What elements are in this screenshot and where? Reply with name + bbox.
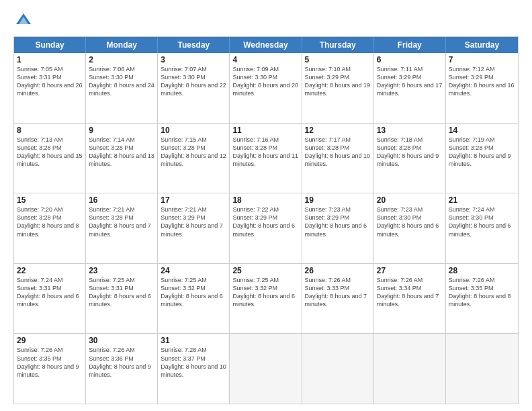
cell-info: Sunrise: 7:26 AMSunset: 3:33 PMDaylight:… [305,276,371,309]
day-number: 17 [161,195,226,205]
calendar-week-row: 22Sunrise: 7:24 AMSunset: 3:31 PMDayligh… [14,264,518,334]
cell-info: Sunrise: 7:26 AMSunset: 3:35 PMDaylight:… [17,346,83,379]
day-number: 18 [232,195,298,205]
day-number: 4 [232,55,298,64]
day-number: 27 [377,266,443,275]
cell-info: Sunrise: 7:06 AMSunset: 3:30 PMDaylight:… [89,65,154,98]
day-number: 1 [17,55,83,64]
day-header: Tuesday [158,37,230,53]
day-number: 31 [161,336,226,345]
day-number: 23 [89,266,154,275]
header [13,11,519,31]
calendar-cell: 15Sunrise: 7:20 AMSunset: 3:28 PMDayligh… [14,193,86,263]
cell-info: Sunrise: 7:21 AMSunset: 3:29 PMDaylight:… [161,205,226,238]
calendar-cell: 17Sunrise: 7:21 AMSunset: 3:29 PMDayligh… [158,193,230,263]
calendar-cell: 4Sunrise: 7:09 AMSunset: 3:30 PMDaylight… [230,53,302,123]
calendar-cell-empty [446,334,518,404]
day-number: 13 [377,126,443,135]
cell-info: Sunrise: 7:18 AMSunset: 3:28 PMDaylight:… [377,136,443,169]
day-number: 20 [377,195,443,205]
cell-info: Sunrise: 7:07 AMSunset: 3:30 PMDaylight:… [161,65,226,98]
calendar-cell: 23Sunrise: 7:25 AMSunset: 3:31 PMDayligh… [86,264,158,334]
cell-info: Sunrise: 7:26 AMSunset: 3:37 PMDaylight:… [161,346,226,379]
calendar-header: SundayMondayTuesdayWednesdayThursdayFrid… [14,37,518,53]
cell-info: Sunrise: 7:23 AMSunset: 3:29 PMDaylight:… [305,205,371,238]
day-number: 24 [161,266,226,275]
calendar-cell: 21Sunrise: 7:24 AMSunset: 3:30 PMDayligh… [446,193,518,263]
calendar: SundayMondayTuesdayWednesdayThursdayFrid… [13,36,519,404]
calendar-cell: 22Sunrise: 7:24 AMSunset: 3:31 PMDayligh… [14,264,86,334]
day-number: 9 [89,126,154,135]
calendar-cell: 25Sunrise: 7:25 AMSunset: 3:32 PMDayligh… [230,264,302,334]
calendar-cell: 12Sunrise: 7:17 AMSunset: 3:28 PMDayligh… [302,124,374,193]
day-number: 21 [449,195,515,205]
calendar-cell: 16Sunrise: 7:21 AMSunset: 3:28 PMDayligh… [86,193,158,263]
calendar-cell-empty [230,334,302,404]
cell-info: Sunrise: 7:23 AMSunset: 3:30 PMDaylight:… [377,205,443,238]
calendar-cell: 27Sunrise: 7:26 AMSunset: 3:34 PMDayligh… [374,264,446,334]
day-number: 2 [89,55,154,64]
day-number: 14 [449,126,515,135]
calendar-week-row: 8Sunrise: 7:13 AMSunset: 3:28 PMDaylight… [14,124,518,194]
calendar-cell: 19Sunrise: 7:23 AMSunset: 3:29 PMDayligh… [302,193,374,263]
cell-info: Sunrise: 7:24 AMSunset: 3:30 PMDaylight:… [449,205,515,238]
day-number: 28 [449,266,515,275]
cell-info: Sunrise: 7:14 AMSunset: 3:28 PMDaylight:… [89,136,154,169]
cell-info: Sunrise: 7:26 AMSunset: 3:35 PMDaylight:… [449,276,515,309]
calendar-cell: 26Sunrise: 7:26 AMSunset: 3:33 PMDayligh… [302,264,374,334]
logo-icon [13,11,34,31]
cell-info: Sunrise: 7:24 AMSunset: 3:31 PMDaylight:… [17,276,83,309]
cell-info: Sunrise: 7:11 AMSunset: 3:29 PMDaylight:… [377,65,443,98]
calendar-cell: 28Sunrise: 7:26 AMSunset: 3:35 PMDayligh… [446,264,518,334]
calendar-cell: 13Sunrise: 7:18 AMSunset: 3:28 PMDayligh… [374,124,446,193]
calendar-cell-empty [302,334,374,404]
day-number: 26 [305,266,371,275]
day-header: Wednesday [230,37,302,53]
calendar-body: 1Sunrise: 7:05 AMSunset: 3:31 PMDaylight… [14,53,518,404]
calendar-week-row: 15Sunrise: 7:20 AMSunset: 3:28 PMDayligh… [14,193,518,264]
calendar-cell: 31Sunrise: 7:26 AMSunset: 3:37 PMDayligh… [158,334,230,404]
cell-info: Sunrise: 7:13 AMSunset: 3:28 PMDaylight:… [17,136,83,169]
day-number: 30 [89,336,154,345]
calendar-cell: 24Sunrise: 7:25 AMSunset: 3:32 PMDayligh… [158,264,230,334]
calendar-cell: 20Sunrise: 7:23 AMSunset: 3:30 PMDayligh… [374,193,446,263]
cell-info: Sunrise: 7:16 AMSunset: 3:28 PMDaylight:… [232,136,298,169]
day-number: 11 [232,126,298,135]
calendar-cell: 29Sunrise: 7:26 AMSunset: 3:35 PMDayligh… [14,334,86,404]
day-number: 7 [449,55,515,64]
day-number: 3 [161,55,226,64]
calendar-week-row: 29Sunrise: 7:26 AMSunset: 3:35 PMDayligh… [14,334,518,404]
calendar-cell-empty [374,334,446,404]
cell-info: Sunrise: 7:26 AMSunset: 3:34 PMDaylight:… [377,276,443,309]
cell-info: Sunrise: 7:15 AMSunset: 3:28 PMDaylight:… [161,136,226,169]
day-number: 15 [17,195,83,205]
cell-info: Sunrise: 7:25 AMSunset: 3:32 PMDaylight:… [161,276,226,309]
cell-info: Sunrise: 7:25 AMSunset: 3:32 PMDaylight:… [232,276,298,309]
day-number: 25 [232,266,298,275]
calendar-cell: 6Sunrise: 7:11 AMSunset: 3:29 PMDaylight… [374,53,446,123]
calendar-cell: 7Sunrise: 7:12 AMSunset: 3:29 PMDaylight… [446,53,518,123]
calendar-cell: 18Sunrise: 7:22 AMSunset: 3:29 PMDayligh… [230,193,302,263]
cell-info: Sunrise: 7:09 AMSunset: 3:30 PMDaylight:… [232,65,298,98]
day-header: Saturday [446,37,518,53]
logo [13,11,36,31]
day-header: Sunday [14,37,86,53]
calendar-cell: 8Sunrise: 7:13 AMSunset: 3:28 PMDaylight… [14,124,86,193]
page: SundayMondayTuesdayWednesdayThursdayFrid… [0,0,532,411]
cell-info: Sunrise: 7:17 AMSunset: 3:28 PMDaylight:… [305,136,371,169]
cell-info: Sunrise: 7:21 AMSunset: 3:28 PMDaylight:… [89,205,154,238]
calendar-cell: 9Sunrise: 7:14 AMSunset: 3:28 PMDaylight… [86,124,158,193]
day-number: 12 [305,126,371,135]
cell-info: Sunrise: 7:22 AMSunset: 3:29 PMDaylight:… [232,205,298,238]
day-number: 5 [305,55,371,64]
day-number: 29 [17,336,83,345]
day-number: 6 [377,55,443,64]
cell-info: Sunrise: 7:20 AMSunset: 3:28 PMDaylight:… [17,205,83,238]
calendar-cell: 14Sunrise: 7:19 AMSunset: 3:28 PMDayligh… [446,124,518,193]
day-number: 16 [89,195,154,205]
calendar-cell: 10Sunrise: 7:15 AMSunset: 3:28 PMDayligh… [158,124,230,193]
calendar-cell: 2Sunrise: 7:06 AMSunset: 3:30 PMDaylight… [86,53,158,123]
day-number: 19 [305,195,371,205]
day-header: Monday [86,37,158,53]
calendar-cell: 3Sunrise: 7:07 AMSunset: 3:30 PMDaylight… [158,53,230,123]
